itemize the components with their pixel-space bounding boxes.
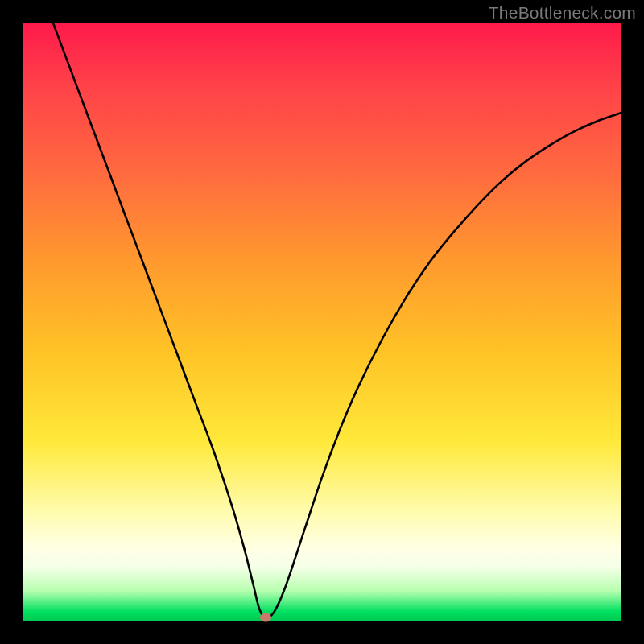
minimum-marker <box>260 613 271 622</box>
curve-svg <box>23 23 621 621</box>
bottleneck-curve <box>53 23 621 617</box>
watermark-text: TheBottleneck.com <box>489 3 636 23</box>
chart-frame: TheBottleneck.com <box>0 0 644 644</box>
plot-area <box>23 23 621 621</box>
